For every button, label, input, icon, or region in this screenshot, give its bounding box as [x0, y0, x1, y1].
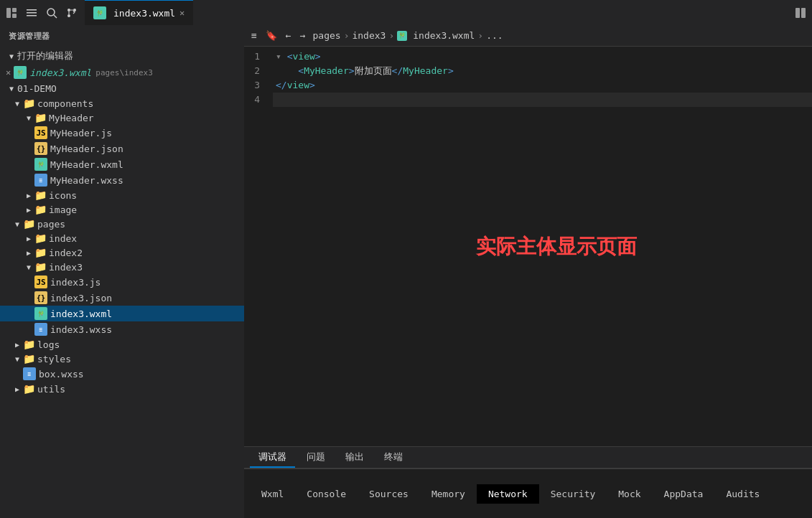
logs-chevron: [11, 339, 23, 350]
bottom-tab-debugger[interactable]: 调试器: [250, 448, 295, 468]
wxss-icon: ≡: [34, 323, 47, 336]
bottom-nav-tabs: Wxml Console Sources Memory Network Secu…: [244, 468, 812, 518]
breadcrumb: pages › index3 › 🎋 index3.wxml › ...: [312, 30, 503, 41]
breadcrumb-sep-2: ›: [388, 30, 394, 41]
tab-close-button[interactable]: ✕: [179, 8, 185, 18]
wxml-icon: 🎋: [34, 158, 47, 171]
tree-myheader-json[interactable]: {} MyHeader.json: [0, 141, 244, 156]
search-icon[interactable]: [46, 7, 57, 19]
breadcrumb-sep-3: ›: [477, 30, 483, 41]
hamburger-icon[interactable]: ≡: [250, 29, 258, 42]
tree-pages[interactable]: 📁 pages: [0, 217, 244, 231]
breadcrumb-pages[interactable]: pages: [312, 30, 340, 41]
sidebar-title: 资源管理器: [0, 25, 244, 47]
nav-tab-console[interactable]: Console: [295, 484, 358, 504]
back-icon[interactable]: ←: [284, 29, 293, 42]
wxml-file-icon: 🎋: [93, 6, 106, 19]
bookmark-icon[interactable]: 🔖: [264, 29, 279, 42]
breadcrumb-sep-1: ›: [344, 30, 350, 41]
json-icon: {}: [34, 291, 47, 304]
editor-area: ≡ 🔖 ← → pages › index3 › 🎋 index3.wxml ›…: [244, 25, 812, 518]
tree-myheader-js[interactable]: JS MyHeader.js: [0, 125, 244, 141]
menu-icon[interactable]: [26, 7, 37, 19]
bottom-panel: 调试器 问题 输出 终端 Wxml Console Sources Memory…: [244, 446, 812, 518]
open-editors-item[interactable]: ✕ 🎋 index3.wxml pages\index3: [0, 65, 244, 80]
bottom-tab-output[interactable]: 输出: [337, 448, 373, 468]
tree-index3-js[interactable]: JS index3.js: [0, 274, 244, 290]
folder-icon: 📁: [34, 232, 46, 244]
svg-rect-3: [27, 9, 37, 11]
tree-index3[interactable]: 📁 index3: [0, 260, 244, 274]
wxss-icon: ≡: [34, 174, 47, 187]
code-editor[interactable]: 1 2 3 4 ▾ <view> <MyHeader>附加页面</MyHeade…: [244, 47, 812, 446]
tree-item-label: index3.wxss: [50, 324, 112, 335]
folder-icon: 📁: [23, 218, 34, 230]
nav-tab-mock[interactable]: Mock: [607, 484, 652, 504]
tree-myheader-wxml[interactable]: 🎋 MyHeader.wxml: [0, 156, 244, 172]
open-editors-section[interactable]: 打开的编辑器: [0, 47, 244, 65]
code-line-2: <MyHeader>附加页面</MyHeader>: [273, 64, 812, 78]
bottom-tab-issues[interactable]: 问题: [298, 448, 334, 468]
nav-tab-memory[interactable]: Memory: [420, 484, 477, 504]
open-editors-chevron: [6, 50, 17, 62]
tree-logs[interactable]: 📁 logs: [0, 337, 244, 352]
tree-myheader[interactable]: 📁 MyHeader: [0, 110, 244, 125]
tab-index3-wxml[interactable]: 🎋 index3.wxml ✕: [85, 0, 193, 25]
tree-item-label: MyHeader.wxml: [50, 159, 123, 170]
tab-bar: 🎋 index3.wxml ✕: [85, 0, 788, 25]
line-num-2: 2: [244, 64, 266, 78]
forward-icon[interactable]: →: [299, 29, 307, 42]
breadcrumb-index3[interactable]: index3: [352, 30, 386, 41]
json-icon: {}: [34, 142, 47, 155]
git-icon[interactable]: [66, 7, 78, 19]
tree-index3-wxml[interactable]: 🎋 index3.wxml: [0, 306, 244, 321]
nav-tab-wxml[interactable]: Wxml: [250, 484, 295, 504]
svg-rect-5: [27, 15, 37, 17]
tag: </: [392, 64, 403, 78]
myheader-chevron: [23, 112, 34, 123]
nav-tab-audits[interactable]: Audits: [714, 484, 771, 504]
preview-text: 实际主体显示页面: [476, 233, 637, 260]
open-file-path: pages\index3: [95, 68, 152, 77]
tree-myheader-wxss[interactable]: ≡ MyHeader.wxss: [0, 172, 244, 188]
code-line-4: [273, 93, 812, 107]
text-content: 附加页面: [355, 64, 392, 78]
editor-close-icon[interactable]: ✕: [6, 67, 11, 77]
nav-tab-appdata[interactable]: AppData: [653, 484, 715, 504]
tree-index2[interactable]: 📁 index2: [0, 245, 244, 260]
breadcrumb-file[interactable]: index3.wxml: [413, 30, 475, 41]
project-section[interactable]: 01-DEMO: [0, 80, 244, 96]
styles-chevron: [11, 353, 23, 364]
tree-index3-json[interactable]: {} index3.json: [0, 290, 244, 306]
folder-icon: 📁: [23, 383, 34, 395]
svg-line-7: [54, 15, 57, 18]
project-chevron: [6, 83, 17, 94]
tree-utils[interactable]: 📁 utils: [0, 382, 244, 396]
bottom-tab-terminal[interactable]: 终端: [375, 448, 411, 468]
tree-image[interactable]: 📁 image: [0, 202, 244, 217]
tag: </: [276, 78, 287, 93]
folder-icon: 📁: [34, 189, 46, 201]
folder-icon: 📁: [23, 98, 34, 109]
tag-name: view: [292, 50, 314, 64]
layout-icon[interactable]: [6, 7, 17, 19]
main-area: 资源管理器 打开的编辑器 ✕ 🎋 index3.wxml pages\index…: [0, 25, 812, 518]
tag-name: view: [287, 78, 309, 93]
tree-item-label: MyHeader.wxss: [50, 175, 123, 186]
project-label: 01-DEMO: [17, 83, 57, 94]
tree-index[interactable]: 📁 index: [0, 231, 244, 245]
tree-icons[interactable]: 📁 icons: [0, 188, 244, 202]
split-editor-icon[interactable]: [795, 7, 806, 19]
tree-styles[interactable]: 📁 styles: [0, 352, 244, 366]
collapse-arrow: ▾: [276, 50, 287, 64]
open-editors-label: 打开的编辑器: [17, 50, 73, 62]
nav-tab-sources[interactable]: Sources: [358, 484, 420, 504]
index-chevron: [23, 232, 34, 244]
breadcrumb-more[interactable]: ...: [486, 30, 503, 41]
tree-index3-wxss[interactable]: ≡ index3.wxss: [0, 321, 244, 337]
nav-tab-network[interactable]: Network: [477, 484, 539, 504]
tree-components[interactable]: 📁 components: [0, 96, 244, 110]
nav-tab-security[interactable]: Security: [539, 484, 607, 504]
tree-item-label: index3.js: [50, 277, 101, 288]
tree-box-wxss[interactable]: ≡ box.wxss: [0, 366, 244, 382]
